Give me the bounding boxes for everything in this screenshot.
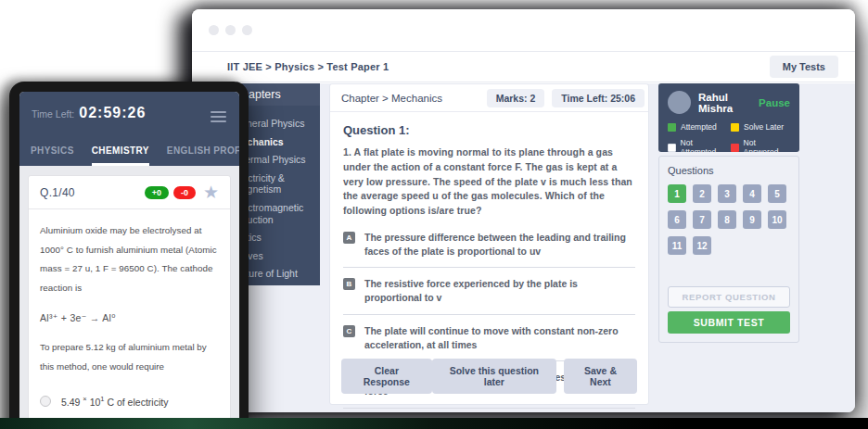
option-text: The plate will continue to move with con… [355, 324, 635, 352]
radio-icon[interactable] [40, 396, 51, 407]
question-number-9[interactable]: 9 [743, 210, 761, 229]
option-text: The resistive force experienced by the p… [355, 277, 635, 305]
mobile-question-text2: To prepare 5.12 kg of aluminium metal by… [40, 338, 219, 376]
question-card: Chapter > Mechanics Marks: 2 Time Left: … [329, 83, 649, 405]
subject-tabs: PHYSICSCHEMISTRYENGLISH PROFICIENCY [19, 145, 239, 166]
divider [343, 408, 635, 409]
question-number-1[interactable]: 1 [668, 184, 686, 203]
top-nav: IIT JEE > Physics > Test Paper 1 My Test… [192, 52, 855, 82]
pause-button[interactable]: Pause [759, 97, 790, 108]
mobile-option-text: 5.49 × 101 C of electricity [61, 395, 168, 408]
option-text: The pressure difference between the lead… [355, 231, 635, 259]
legend-label: Attempted [681, 122, 717, 132]
mobile-question-text: Aluminium oxide may be electrolysed at 1… [40, 221, 219, 297]
mobile-question-header: Q.1/40 +0 -0 ★ [29, 176, 230, 209]
browser-window: IIT JEE > Physics > Test Paper 1 My Test… [192, 9, 855, 412]
chapter-header: Chapter > Mechanics [341, 93, 479, 104]
question-title: Question 1: [343, 123, 635, 137]
question-card-header: Chapter > Mechanics Marks: 2 Time Left: … [330, 84, 648, 112]
bookmark-star-icon[interactable]: ★ [203, 183, 219, 201]
legend-label: Not Answered [744, 138, 790, 157]
question-text: 1. A flat plate is moving normal to its … [343, 145, 635, 219]
user-name: Rahul Mishra [698, 92, 759, 114]
questions-panel-title: Questions [668, 165, 790, 176]
question-number-8[interactable]: 8 [718, 210, 736, 229]
window-control-dot[interactable] [209, 25, 219, 35]
question-number-7[interactable]: 7 [693, 210, 711, 229]
legend-attempted: Attempted [668, 122, 727, 132]
mobile-header: Time Left: 02:59:26 PHYSICSCHEMISTRYENGL… [19, 92, 239, 166]
legend-swatch [668, 144, 676, 152]
bottom-edge-shadow [0, 418, 868, 429]
question-counter: Q.1/40 [40, 186, 140, 199]
clear-response-button[interactable]: Clear Response [341, 359, 432, 394]
screenshot-stage: IIT JEE > Physics > Test Paper 1 My Test… [0, 0, 868, 429]
phone-screen: Time Left: 02:59:26 PHYSICSCHEMISTRYENGL… [19, 92, 239, 429]
time-left-value: 02:59:26 [79, 105, 146, 121]
question-number-5[interactable]: 5 [768, 184, 786, 203]
legend-swatch [731, 123, 739, 132]
questions-panel: Questions 123456789101112 REPORT QUESTIO… [658, 156, 799, 343]
positive-marks-badge: +0 [145, 186, 169, 199]
question-number-10[interactable]: 10 [768, 210, 786, 229]
legend-not-attempted: Not Attempted [668, 138, 727, 157]
tab-physics[interactable]: PHYSICS [31, 145, 74, 166]
mobile-option-row-1[interactable]: 5.49 × 101 C of electricity [40, 395, 219, 408]
question-number-4[interactable]: 4 [743, 184, 761, 203]
user-card: Rahul Mishra Pause AttemptedSolve LaterN… [658, 83, 799, 152]
cathode-reaction-formula: Al³⁺ + 3e⁻ → Al⁰ [40, 312, 219, 323]
option-row-c[interactable]: CThe plate will continue to move with co… [343, 324, 635, 352]
option-letter-badge: B [343, 278, 355, 290]
legend-swatch [668, 123, 676, 132]
tab-english-proficiency[interactable]: ENGLISH PROFICIENCY [167, 145, 239, 166]
legend-label: Not Attempted [681, 138, 727, 157]
divider [343, 314, 635, 315]
avatar [668, 91, 691, 114]
legend-solve-later: Solve Later [731, 122, 790, 132]
save-next-button[interactable]: Save & Next [564, 359, 637, 394]
time-left-chip: Time Left: 25:06 [552, 89, 645, 107]
negative-marks-badge: -0 [173, 186, 196, 199]
option-row-b[interactable]: BThe resistive force experienced by the … [343, 277, 635, 305]
window-titlebar [192, 9, 855, 52]
time-left-label: Time Left: [32, 108, 74, 120]
mobile-question-body: Aluminium oxide may be electrolysed at 1… [29, 209, 230, 429]
option-row-a[interactable]: AThe pressure difference between the lea… [343, 231, 635, 259]
question-number-2[interactable]: 2 [693, 184, 711, 203]
option-letter-badge: C [343, 325, 355, 337]
marks-chip: Marks: 2 [487, 89, 545, 107]
question-number-grid: 123456789101112 [668, 184, 790, 255]
phone-mockup: Time Left: 02:59:26 PHYSICSCHEMISTRYENGL… [9, 82, 249, 429]
divider [343, 267, 635, 268]
question-number-11[interactable]: 11 [668, 236, 686, 255]
question-number: 1. [343, 146, 351, 158]
submit-test-button[interactable]: SUBMIT TEST [668, 311, 790, 334]
window-control-dot[interactable] [242, 25, 252, 35]
question-footer: Clear Response Solve this question later… [341, 359, 637, 394]
menu-icon[interactable] [211, 108, 226, 125]
question-number-6[interactable]: 6 [668, 210, 686, 229]
mobile-question-card: Q.1/40 +0 -0 ★ Aluminium oxide may be el… [28, 175, 231, 429]
my-tests-button[interactable]: My Tests [770, 56, 838, 78]
status-legend: AttemptedSolve LaterNot AttemptedNot Ans… [668, 122, 790, 157]
solve-later-button[interactable]: Solve this question later [432, 359, 556, 394]
breadcrumb[interactable]: IIT JEE > Physics > Test Paper 1 [227, 61, 389, 72]
question-number-3[interactable]: 3 [718, 184, 736, 203]
content-area: Chapters General PhysicsMechanicsThermal… [192, 83, 855, 412]
legend-not-answered: Not Answered [731, 138, 790, 157]
report-question-button[interactable]: REPORT QUESTION [668, 286, 790, 308]
tab-chemistry[interactable]: CHEMISTRY [92, 145, 149, 166]
legend-swatch [731, 144, 739, 152]
question-number-12[interactable]: 12 [693, 236, 711, 255]
legend-label: Solve Later [744, 122, 784, 132]
option-letter-badge: A [343, 232, 355, 244]
window-control-dot[interactable] [225, 25, 236, 35]
